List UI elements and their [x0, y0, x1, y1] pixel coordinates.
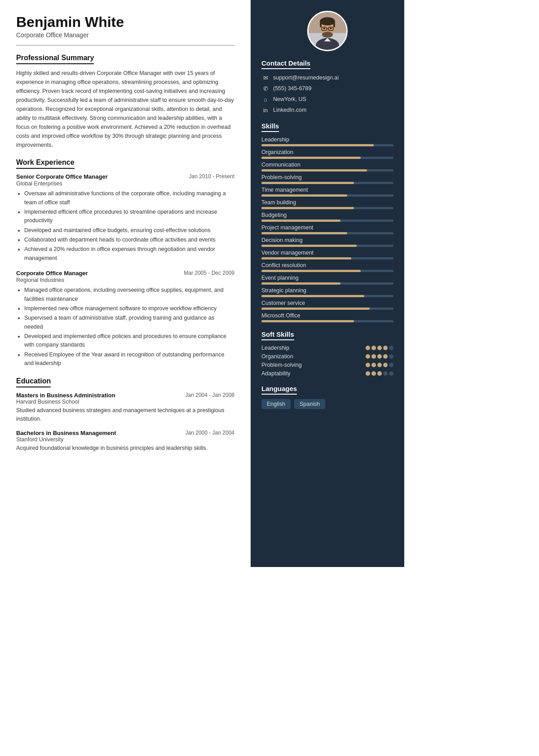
- svg-point-12: [323, 28, 325, 30]
- job-title-2: Corporate Office Manager: [16, 270, 88, 277]
- skill-dots: [366, 363, 393, 367]
- edu-desc-2: Acquired foundational knowledge in busin…: [16, 444, 234, 453]
- bullet: Managed office operations, including ove…: [24, 286, 234, 303]
- skill-bar-fill: [261, 207, 354, 209]
- job-company-1: Global Enterprises: [16, 180, 234, 187]
- skill-bar-bg: [261, 245, 393, 247]
- skills-section: Skills Leadership Organization Communica…: [261, 122, 393, 322]
- education-section: Education Masters in Business Administra…: [16, 377, 234, 453]
- svg-point-14: [327, 31, 329, 32]
- linkedin-icon: in: [261, 106, 270, 114]
- header-section: Benjamin White Corporate Office Manager: [16, 14, 234, 39]
- skill-name: Time management: [261, 187, 393, 193]
- candidate-name: Benjamin White: [16, 14, 234, 30]
- skill-name: Decision making: [261, 237, 393, 243]
- skill-item: Customer service: [261, 300, 393, 310]
- skill-bar-bg: [261, 257, 393, 259]
- dot: [383, 346, 388, 350]
- summary-heading: Professional Summary: [16, 54, 94, 64]
- bullet: Implemented efficient office procedures …: [24, 208, 234, 225]
- skill-item: Event planning: [261, 275, 393, 285]
- skill-bar-bg: [261, 207, 393, 209]
- edu-dates-2: Jan 2000 - Jan 2004: [186, 430, 234, 436]
- summary-section: Professional Summary Highly skilled and …: [16, 54, 234, 149]
- skill-bar-bg: [261, 157, 393, 159]
- skill-bar-fill: [261, 270, 361, 272]
- skill-name: Customer service: [261, 300, 393, 306]
- bullet: Developed and maintained office budgets,…: [24, 226, 234, 235]
- edu-item-2: Bachelors in Business Management Jan 200…: [16, 430, 234, 453]
- skill-bar-fill: [261, 308, 370, 310]
- dot: [389, 363, 393, 367]
- education-heading: Education: [16, 377, 51, 387]
- skill-item: Strategic planning: [261, 287, 393, 297]
- languages-heading: Languages: [261, 385, 297, 395]
- soft-skills-heading: Soft Skills: [261, 330, 294, 340]
- skill-item: Budgeting: [261, 212, 393, 222]
- soft-skill-item: Organization: [261, 353, 393, 360]
- skill-name: Event planning: [261, 275, 393, 281]
- location-icon: ⌂: [261, 95, 270, 103]
- skill-bar-fill: [261, 282, 340, 285]
- skills-heading: Skills: [261, 122, 279, 132]
- svg-rect-7: [333, 22, 335, 27]
- skill-dots: [366, 346, 393, 350]
- contact-linkedin: in LinkedIn.com: [261, 106, 393, 114]
- dot: [371, 371, 376, 376]
- soft-skill-name: Adaptability: [261, 370, 291, 377]
- skill-bar-bg: [261, 232, 393, 234]
- contact-phone-text: (555) 345-6789: [273, 85, 311, 92]
- languages-list: EnglishSpanish: [261, 399, 393, 409]
- work-section: Work Experience Senior Corporate Office …: [16, 158, 234, 368]
- bullet: Achieved a 20% reduction in office expen…: [24, 245, 234, 263]
- skill-name: Microsoft Office: [261, 312, 393, 319]
- skill-name: Budgeting: [261, 212, 393, 218]
- skill-bar-bg: [261, 194, 393, 197]
- bullet: Developed and implemented office policie…: [24, 332, 234, 350]
- skill-name: Organization: [261, 149, 393, 155]
- skill-name: Conflict resolution: [261, 262, 393, 268]
- skill-item: Decision making: [261, 237, 393, 247]
- left-column: Benjamin White Corporate Office Manager …: [0, 0, 251, 567]
- contact-email-text: support@resumedesign.ai: [273, 75, 339, 81]
- summary-text: Highly skilled and results-driven Corpor…: [16, 69, 234, 149]
- languages-section: Languages EnglishSpanish: [261, 385, 393, 409]
- soft-skill-item: Problem-solving: [261, 362, 393, 368]
- skill-bar-bg: [261, 270, 393, 272]
- dot: [389, 346, 393, 350]
- contact-location-text: NewYork, US: [273, 96, 306, 102]
- skill-bar-bg: [261, 282, 393, 285]
- contact-heading: Contact Details: [261, 59, 310, 69]
- skill-item: Project management: [261, 224, 393, 234]
- skill-bar-fill: [261, 295, 364, 297]
- dot: [377, 346, 382, 350]
- skill-item: Organization: [261, 149, 393, 159]
- soft-skill-name: Organization: [261, 353, 293, 360]
- contact-linkedin-text: LinkedIn.com: [273, 107, 306, 113]
- skill-name: Problem-solving: [261, 174, 393, 180]
- dot: [383, 354, 388, 359]
- skill-item: Microsoft Office: [261, 312, 393, 322]
- skill-dots: [366, 354, 393, 359]
- skill-item: Time management: [261, 187, 393, 197]
- contact-location: ⌂ NewYork, US: [261, 95, 393, 103]
- dot: [377, 371, 382, 376]
- work-item-1: Senior Corporate Office Manager Jan 2010…: [16, 173, 234, 263]
- phone-icon: ✆: [261, 84, 270, 92]
- skill-item: Team building: [261, 199, 393, 209]
- contact-section: Contact Details ✉ support@resumedesign.a…: [261, 59, 393, 114]
- dot: [371, 354, 376, 359]
- bullet: Received Employee of the Year award in r…: [24, 351, 234, 368]
- work-item-2: Corporate Office Manager Mar 2005 - Dec …: [16, 270, 234, 368]
- job-bullets-1: Oversaw all administrative functions of …: [16, 189, 234, 263]
- skill-item: Conflict resolution: [261, 262, 393, 272]
- svg-point-5: [320, 17, 335, 26]
- skill-bar-bg: [261, 220, 393, 222]
- dot: [366, 363, 370, 367]
- bullet: Collaborated with department heads to co…: [24, 236, 234, 244]
- skill-name: Leadership: [261, 136, 393, 143]
- skill-item: Problem-solving: [261, 174, 393, 184]
- edu-dates-1: Jan 2004 - Jan 2008: [186, 392, 234, 398]
- dot: [371, 363, 376, 367]
- dot: [389, 354, 393, 359]
